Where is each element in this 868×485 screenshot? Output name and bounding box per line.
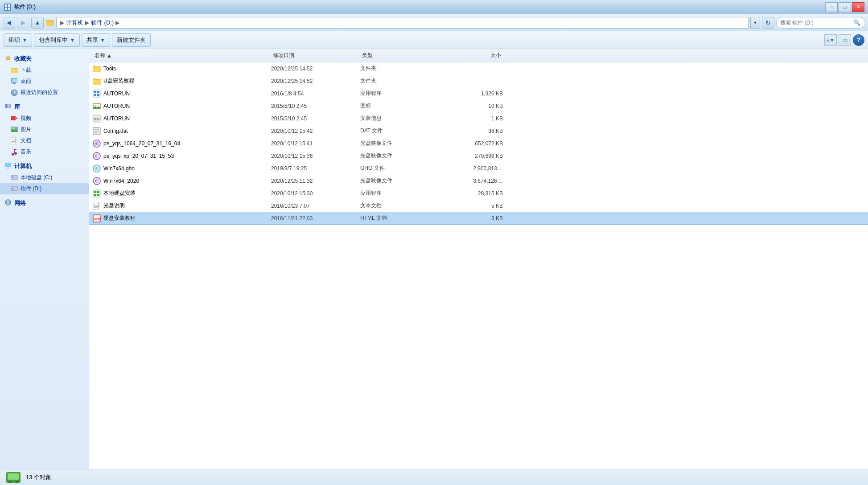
svg-rect-56 (94, 94, 96, 96)
file-icon-12: HTML (93, 214, 101, 222)
file-date-cell-7: 2020/10/12 15:36 (271, 153, 360, 159)
svg-marker-8 (5, 55, 11, 60)
file-name-0: Tools (103, 66, 116, 72)
col-date-label: 修改日期 (273, 52, 294, 59)
sidebar-item-1-1[interactable]: 图片 (0, 124, 89, 135)
forward-button[interactable]: ▶ (17, 17, 29, 29)
sidebar-header-label-2: 计算机 (14, 162, 32, 170)
status-logo-icon (5, 470, 21, 485)
file-size-cell-12: 3 KB (432, 215, 503, 222)
share-button[interactable]: 共享 ▼ (82, 33, 110, 47)
file-name-6: pe_yqs_1064_20_07_31_16_04 (103, 140, 180, 147)
search-box[interactable]: 🔍 (776, 17, 865, 29)
sidebar-item-icon-2-0 (11, 174, 18, 181)
sidebar-item-0-2[interactable]: 最近访问的位置 (0, 87, 89, 98)
sidebar-item-0-1[interactable]: 桌面 (0, 76, 89, 87)
file-icon-4: INF (93, 115, 101, 123)
organize-button[interactable]: 组织 ▼ (4, 33, 32, 47)
sidebar-item-label-1-2: 文档 (21, 137, 31, 144)
svg-rect-20 (8, 104, 11, 108)
sidebar-header-1[interactable]: 库 (0, 101, 89, 113)
sidebar-header-icon-3 (4, 199, 12, 207)
svg-rect-15 (12, 83, 16, 84)
file-type-cell-0: 文件夹 (360, 65, 432, 72)
sidebar-item-0-0[interactable]: 下载 (0, 65, 89, 76)
file-type-cell-10: 应用程序 (360, 189, 432, 197)
sidebar-item-1-3[interactable]: 音乐 (0, 146, 89, 157)
sidebar-item-2-1[interactable]: 软件 (D:) (0, 183, 89, 194)
search-icon[interactable]: 🔍 (852, 18, 861, 27)
svg-rect-1 (5, 4, 7, 7)
address-dropdown[interactable]: ▼ (750, 17, 760, 29)
col-header-type[interactable]: 类型 (360, 49, 432, 62)
table-row[interactable]: 光盘说明2016/10/23 7:07文本文档5 KB (89, 200, 868, 212)
new-folder-button[interactable]: 新建文件夹 (112, 33, 151, 47)
col-header-size[interactable]: 大小 (432, 49, 503, 62)
file-size-cell-6: 652,072 KB (432, 140, 503, 147)
table-row[interactable]: AUTORUN2015/5/10 2:45图标10 KB (89, 100, 868, 112)
up-button[interactable]: ▲ (31, 17, 44, 29)
sidebar-item-icon-0-2 (11, 89, 18, 96)
table-row[interactable]: Win7x64_20202020/12/25 11:32光盘映像文件3,874,… (89, 175, 868, 187)
titlebar: 软件 (D:) － □ ✕ (0, 0, 868, 14)
sidebar-header-2[interactable]: 计算机 (0, 160, 89, 172)
file-name-cell-9: Win7x64_2020 (93, 177, 271, 185)
file-date-cell-11: 2016/10/23 7:07 (271, 203, 360, 209)
file-name-5: Config.dat (103, 128, 128, 134)
sidebar-item-1-0[interactable]: 视频 (0, 113, 89, 124)
svg-rect-84 (99, 202, 100, 204)
sidebar-header-0[interactable]: 收藏夹 (0, 53, 89, 65)
toolbar: 组织 ▼ 包含到库中 ▼ 共享 ▼ 新建文件夹 ≡▼ ▭ ? (0, 31, 868, 49)
new-folder-label: 新建文件夹 (117, 36, 146, 44)
file-date-cell-3: 2015/5/10 2:45 (271, 103, 360, 109)
close-button[interactable]: ✕ (852, 2, 864, 12)
svg-rect-81 (94, 194, 96, 196)
table-row[interactable]: pe_yqs_1064_20_07_31_16_042020/10/12 15:… (89, 137, 868, 150)
table-row[interactable]: Tools2020/12/25 14:52文件夹 (89, 62, 868, 75)
svg-point-74 (96, 168, 97, 169)
table-row[interactable]: INFAUTORUN2015/5/10 2:45安装信息1 KB (89, 112, 868, 125)
file-type-cell-7: 光盘映像文件 (360, 152, 432, 160)
minimize-button[interactable]: － (825, 2, 838, 12)
col-header-date[interactable]: 修改日期 (271, 49, 360, 62)
file-type-cell-8: GHO 文件 (360, 164, 432, 172)
view-button[interactable]: ≡▼ (824, 34, 837, 46)
sidebar-header-3[interactable]: 网络 (0, 197, 89, 209)
table-row[interactable]: Win7x64.gho2019/9/7 19:25GHO 文件2,900,813… (89, 162, 868, 175)
preview-pane-button[interactable]: ▭ (839, 34, 851, 46)
sidebar-item-icon-1-0 (11, 115, 18, 122)
table-row[interactable]: HTML硬盘安装教程2016/11/21 22:03HTML 文档3 KB (89, 212, 868, 225)
sidebar-item-icon-1-2 (11, 137, 18, 144)
file-type-cell-9: 光盘映像文件 (360, 177, 432, 185)
maximize-button[interactable]: □ (839, 2, 851, 12)
file-date-cell-5: 2020/10/12 15:42 (271, 128, 360, 134)
search-input[interactable] (780, 20, 851, 26)
file-icon-3 (93, 102, 101, 110)
table-row[interactable]: AUTORUN2016/1/8 4:54应用程序1,926 KB (89, 87, 868, 100)
sidebar-item-1-2[interactable]: 文档 (0, 135, 89, 146)
file-name-12: 硬盘安装教程 (103, 214, 136, 222)
path-drive[interactable]: 软件 (D:) (91, 19, 114, 27)
table-row[interactable]: Config.dat2020/10/12 15:42DAT 文件36 KB (89, 125, 868, 137)
file-size-cell-7: 279,696 KB (432, 153, 503, 159)
help-button[interactable]: ? (853, 34, 864, 46)
col-header-name[interactable]: 名称 ▲ (93, 49, 271, 62)
titlebar-title: 软件 (D:) (14, 3, 36, 11)
table-row[interactable]: pe_yqs_xp_20_07_31_15_532020/10/12 15:36… (89, 150, 868, 162)
refresh-button[interactable]: ↻ (762, 17, 774, 29)
file-name-cell-6: pe_yqs_1064_20_07_31_16_04 (93, 140, 271, 148)
share-label: 共享 (86, 36, 98, 44)
table-row[interactable]: U盘安装教程2020/12/25 14:52文件夹 (89, 75, 868, 87)
include-library-button[interactable]: 包含到库中 ▼ (34, 33, 80, 47)
table-row[interactable]: 本地硬盘安装2020/10/12 15:30应用程序28,315 KB (89, 187, 868, 200)
back-button[interactable]: ◀ (3, 17, 15, 29)
share-dropdown-icon: ▼ (100, 37, 105, 43)
sidebar-item-label-1-0: 视频 (21, 115, 31, 122)
file-name-10: 本地硬盘安装 (103, 189, 136, 197)
file-icon-5 (93, 127, 101, 135)
path-computer[interactable]: 计算机 (66, 19, 83, 27)
sidebar-item-2-0[interactable]: 本地磁盘 (C:) (0, 172, 89, 183)
address-path[interactable]: ▶ 计算机 ▶ 软件 (D:) ▶ (56, 17, 749, 29)
file-type-cell-11: 文本文档 (360, 202, 432, 210)
svg-marker-22 (16, 117, 17, 119)
